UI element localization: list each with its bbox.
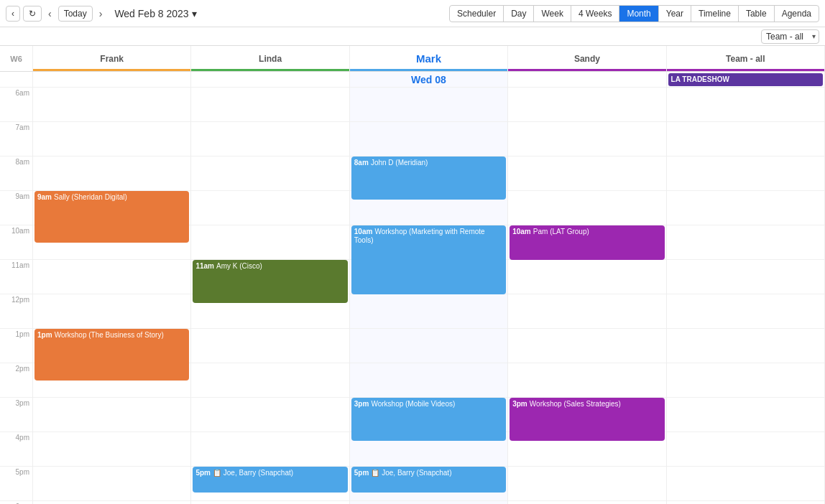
team-row: Team - all bbox=[0, 27, 825, 46]
col-header-linda: Linda bbox=[191, 46, 349, 71]
event-frank-workshop[interactable]: 1pm Workshop (The Business of Story) bbox=[34, 329, 189, 381]
event-sandy-pam[interactable]: 10am Pam (LAT Group) bbox=[510, 225, 664, 260]
tab-month[interactable]: Month bbox=[619, 6, 658, 22]
event-sandy-workshop-sales[interactable]: 3pm Workshop (Sales Strategies) bbox=[510, 398, 664, 441]
sandy-color-bar bbox=[508, 69, 665, 71]
tab-year[interactable]: Year bbox=[659, 6, 691, 22]
tab-week[interactable]: Week bbox=[534, 6, 571, 22]
event-mark-workshop-marketing[interactable]: 10am Workshop (Marketing with Remote Too… bbox=[351, 225, 506, 294]
next-button[interactable]: › bbox=[96, 6, 106, 22]
time-10am: 10am bbox=[0, 225, 32, 260]
time-6am: 6am bbox=[0, 88, 32, 122]
col-header-sandy: Sandy bbox=[508, 46, 666, 71]
time-4pm: 4pm bbox=[0, 432, 32, 467]
calendar-body: 6am 7am 8am 9am 10am 11am 12pm 1pm 2pm 3… bbox=[0, 72, 825, 504]
time-column: 6am 7am 8am 9am 10am 11am 12pm 1pm 2pm 3… bbox=[0, 72, 33, 504]
tab-timeline[interactable]: Timeline bbox=[691, 6, 739, 22]
event-linda-snapchat[interactable]: 5pm 📋 Joe, Barry (Snapchat) bbox=[193, 467, 347, 493]
time-12pm: 12pm bbox=[0, 294, 32, 329]
time-3pm: 3pm bbox=[0, 398, 32, 432]
tab-day[interactable]: Day bbox=[504, 6, 534, 22]
event-mark-johnd[interactable]: 8am John D (Meridian) bbox=[351, 157, 506, 200]
team-color-bar bbox=[667, 69, 824, 71]
today-button[interactable]: Today bbox=[58, 6, 93, 22]
time-1pm: 1pm bbox=[0, 329, 32, 363]
event-mark-snapchat[interactable]: 5pm 📋 Joe, Barry (Snapchat) bbox=[351, 467, 506, 493]
col-linda: 11am Amy K (Cisco) 5pm 📋 Joe, Barry (Sna… bbox=[191, 72, 349, 504]
mark-color-bar bbox=[350, 69, 507, 71]
col-header-frank: Frank bbox=[33, 46, 191, 71]
time-5pm: 5pm bbox=[0, 467, 32, 501]
event-linda-amyk[interactable]: 11am Amy K (Cisco) bbox=[193, 260, 347, 303]
col-mark: Wed 08 8am John D (Meridian) 10am Worksh… bbox=[350, 72, 508, 504]
tab-scheduler[interactable]: Scheduler bbox=[450, 6, 504, 22]
tab-4weeks[interactable]: 4 Weeks bbox=[571, 6, 619, 22]
col-sandy: 10am Pam (LAT Group) 3pm Workshop (Sales… bbox=[508, 72, 666, 504]
view-tabs: Scheduler Day Week 4 Weeks Month Year Ti… bbox=[449, 5, 819, 22]
time-7am: 7am bbox=[0, 122, 32, 157]
tab-agenda[interactable]: Agenda bbox=[775, 6, 819, 22]
col-header-mark: Mark bbox=[350, 46, 508, 71]
refresh-button[interactable]: ↻ bbox=[23, 6, 42, 22]
app-container: ‹ ↻ ‹ Today › Wed Feb 8 2023 ▾ Scheduler… bbox=[0, 0, 825, 504]
linda-color-bar bbox=[191, 69, 349, 71]
date-title[interactable]: Wed Feb 8 2023 ▾ bbox=[114, 8, 196, 19]
event-team-tradeshow[interactable]: LA TRADESHOW bbox=[668, 73, 823, 86]
toolbar: ‹ ↻ ‹ Today › Wed Feb 8 2023 ▾ Scheduler… bbox=[0, 0, 825, 27]
week-label: W6 bbox=[0, 46, 33, 71]
event-frank-sally[interactable]: 9am Sally (Sheridan Digital) bbox=[34, 191, 189, 243]
time-11am: 11am bbox=[0, 260, 32, 294]
calendar-header: W6 Frank Linda Mark Sandy Team - all bbox=[0, 46, 825, 72]
prev-button[interactable]: ‹ bbox=[45, 6, 55, 22]
col-team: LA TRADESHOW bbox=[667, 72, 825, 504]
time-2pm: 2pm bbox=[0, 363, 32, 398]
time-8am: 8am bbox=[0, 157, 32, 191]
time-6pm: 6pm bbox=[0, 501, 32, 504]
col-frank: 9am Sally (Sheridan Digital) 1pm Worksho… bbox=[33, 72, 191, 504]
time-9am: 9am bbox=[0, 191, 32, 225]
team-selector-wrap: Team - all bbox=[761, 29, 819, 44]
back-button[interactable]: ‹ bbox=[6, 6, 20, 22]
col-header-team: Team - all bbox=[667, 46, 825, 71]
frank-color-bar bbox=[33, 69, 190, 71]
event-mark-workshop-mobile[interactable]: 3pm Workshop (Mobile Videos) bbox=[351, 398, 506, 441]
day-columns: 9am Sally (Sheridan Digital) 1pm Worksho… bbox=[33, 72, 825, 504]
team-selector[interactable]: Team - all bbox=[761, 29, 819, 44]
tab-table[interactable]: Table bbox=[739, 6, 775, 22]
